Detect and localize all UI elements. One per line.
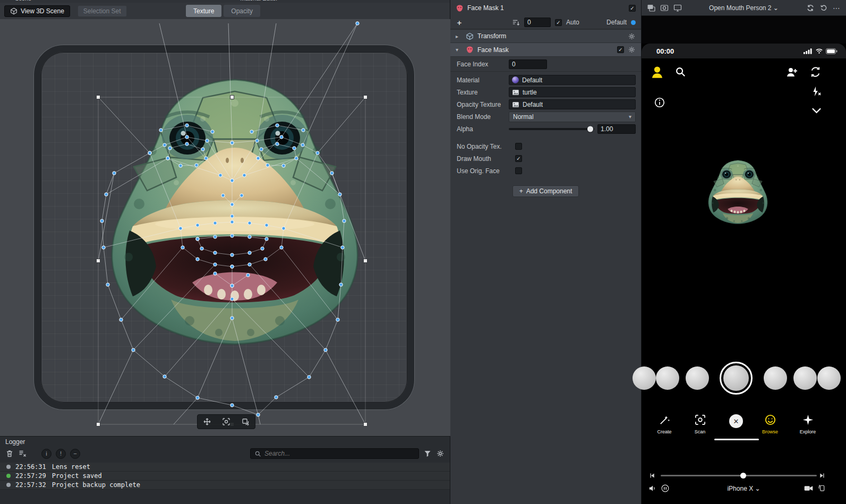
lens-circle[interactable] bbox=[686, 366, 709, 390]
inspector-header: Face Mask 1 ✓ bbox=[450, 0, 641, 16]
opacity-texture-row: Opacity Texture Default bbox=[450, 98, 641, 110]
use-orig-face-checkbox[interactable]: ✓ bbox=[515, 167, 522, 174]
logger-toolbar: i ! − bbox=[0, 447, 450, 460]
playback-slider[interactable] bbox=[661, 475, 817, 476]
gear-icon[interactable] bbox=[628, 32, 636, 40]
texture-field[interactable]: turtle bbox=[509, 87, 636, 97]
material-field[interactable]: Default bbox=[509, 75, 636, 85]
lens-circle[interactable] bbox=[656, 366, 679, 390]
handle-bottom-left[interactable] bbox=[97, 423, 100, 426]
face-mask-section-header[interactable]: ▾ Face Mask ✓ bbox=[450, 43, 641, 57]
sync-loop-icon[interactable] bbox=[806, 4, 815, 12]
rotate-device-icon[interactable] bbox=[817, 483, 826, 492]
layer-row: + ✓ Auto Default bbox=[450, 16, 641, 29]
alpha-slider[interactable] bbox=[509, 128, 594, 130]
playback-slider-thumb[interactable] bbox=[740, 473, 746, 479]
warning-icon: ! bbox=[60, 450, 62, 457]
info-circle-icon[interactable] bbox=[654, 97, 665, 108]
handle-mid-right[interactable] bbox=[364, 259, 368, 263]
draw-mouth-checkbox[interactable]: ✓ bbox=[515, 155, 522, 162]
tab-opacity[interactable]: Opacity bbox=[224, 5, 260, 17]
trash-icon[interactable] bbox=[5, 449, 14, 458]
gear-icon[interactable] bbox=[628, 46, 636, 54]
nav-explore[interactable]: Explore bbox=[792, 414, 823, 434]
remove-lens-button[interactable]: ✕ bbox=[721, 414, 751, 428]
scene-mode-tabs: Texture Opacity bbox=[186, 5, 260, 17]
flip-camera-icon[interactable] bbox=[809, 66, 822, 78]
battery-icon bbox=[826, 48, 838, 54]
no-opacity-checkbox[interactable]: ✓ bbox=[515, 143, 522, 150]
chevron-down-icon[interactable] bbox=[811, 107, 822, 114]
browse-smiley-icon bbox=[764, 414, 776, 426]
logger-search-input[interactable] bbox=[264, 450, 415, 457]
clear-list-icon[interactable] bbox=[18, 449, 27, 458]
auto-label: Auto bbox=[566, 19, 579, 26]
transform-move-icon[interactable] bbox=[203, 417, 211, 426]
profile-bitmoji-icon[interactable] bbox=[650, 65, 664, 79]
handle-top-center[interactable] bbox=[230, 96, 234, 99]
webcam-preview-icon[interactable] bbox=[660, 4, 669, 12]
alpha-label: Alpha bbox=[457, 125, 509, 133]
device-select[interactable]: iPhone X ⌄ bbox=[642, 485, 846, 492]
blend-mode-select[interactable]: Normal ▾ bbox=[509, 112, 636, 122]
handle-mid-left[interactable] bbox=[97, 259, 100, 263]
selection-set-button[interactable]: Selection Set bbox=[78, 5, 127, 17]
lens-circle[interactable] bbox=[633, 366, 656, 390]
next-frame-icon[interactable] bbox=[818, 472, 825, 479]
nav-browse[interactable]: Browse bbox=[755, 414, 785, 434]
error-filter-button[interactable]: − bbox=[70, 449, 80, 459]
flash-off-icon[interactable] bbox=[810, 86, 822, 97]
object-enabled-checkbox[interactable]: ✓ bbox=[629, 5, 636, 12]
device-frame-icon[interactable] bbox=[673, 4, 682, 12]
warning-filter-button[interactable]: ! bbox=[56, 449, 66, 459]
camcorder-icon[interactable] bbox=[804, 484, 813, 492]
handle-top-left[interactable] bbox=[97, 96, 100, 99]
handle-top-right[interactable] bbox=[364, 96, 368, 99]
add-component-button[interactable]: + Add Component bbox=[512, 185, 579, 197]
search-icon[interactable] bbox=[674, 66, 686, 78]
scene-viewport[interactable] bbox=[0, 19, 450, 436]
nav-create[interactable]: Create bbox=[649, 414, 680, 434]
reset-preview-icon[interactable] bbox=[819, 4, 828, 12]
face-mesh-overlay[interactable] bbox=[0, 19, 450, 436]
split-view-icon[interactable] bbox=[647, 4, 655, 12]
more-menu-icon[interactable]: ⋯ bbox=[833, 4, 841, 12]
face-mask-enabled-checkbox[interactable]: ✓ bbox=[617, 46, 624, 53]
transform-section-header[interactable]: ▸ Transform bbox=[450, 29, 641, 43]
logger-settings-gear-icon[interactable] bbox=[436, 449, 445, 458]
default-indicator-dot[interactable] bbox=[631, 20, 636, 25]
filter-funnel-icon[interactable] bbox=[423, 449, 432, 458]
lens-circle[interactable] bbox=[817, 366, 841, 390]
nav-scan[interactable]: Scan bbox=[685, 414, 715, 434]
prev-frame-icon[interactable] bbox=[649, 472, 656, 479]
info-filter-button[interactable]: i bbox=[41, 449, 52, 459]
alpha-slider-thumb[interactable] bbox=[587, 126, 593, 132]
chevron-right-icon[interactable]: ▸ bbox=[456, 33, 462, 39]
material-sphere-icon bbox=[512, 76, 519, 83]
tab-scene[interactable]: Scene bbox=[15, 0, 31, 2]
opacity-texture-field[interactable]: Default bbox=[509, 99, 636, 109]
lens-circle[interactable] bbox=[764, 366, 787, 390]
tab-material-editor[interactable]: Material Editor bbox=[240, 0, 278, 2]
add-friend-icon[interactable] bbox=[785, 66, 798, 79]
handle-bottom-right[interactable] bbox=[364, 423, 368, 426]
active-lens-button[interactable] bbox=[720, 362, 753, 395]
lens-circle[interactable] bbox=[793, 366, 817, 390]
render-order-icon[interactable] bbox=[512, 19, 520, 27]
rotate-view-icon[interactable] bbox=[241, 417, 250, 426]
add-component-label: Add Component bbox=[526, 187, 572, 195]
log-message: Lens reset bbox=[52, 463, 90, 471]
scene-column: Scene Material Editor View 3D Scene Sele… bbox=[0, 0, 450, 504]
render-order-input[interactable] bbox=[524, 18, 551, 27]
face-index-input[interactable] bbox=[509, 59, 547, 69]
focus-snapshot-icon[interactable] bbox=[222, 417, 230, 426]
logger-search[interactable] bbox=[250, 448, 419, 459]
phone-status-bar: 00:00 bbox=[642, 44, 846, 58]
add-icon[interactable]: + bbox=[456, 18, 463, 27]
tab-texture[interactable]: Texture bbox=[186, 5, 221, 17]
alpha-input[interactable] bbox=[597, 124, 636, 134]
auto-checkbox[interactable]: ✓ bbox=[555, 19, 562, 26]
chevron-down-icon[interactable]: ▾ bbox=[456, 47, 462, 53]
view-3d-scene-button[interactable]: View 3D Scene bbox=[4, 5, 70, 17]
info-icon: i bbox=[46, 450, 47, 457]
